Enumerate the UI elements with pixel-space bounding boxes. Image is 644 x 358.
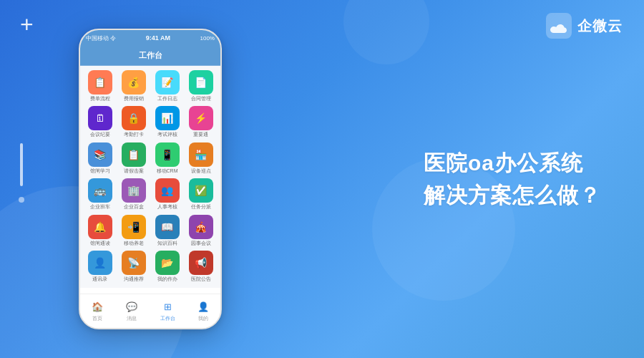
status-time: 9:41 AM [146, 34, 170, 42]
phone-status-bar: 中国移动 令 9:41 AM 100% [80, 30, 220, 46]
list-item[interactable]: 📋 请假击案 [118, 142, 150, 174]
list-item[interactable]: 📡 沟通推荐 [118, 251, 150, 282]
list-item[interactable]: 📢 医院公告 [185, 251, 217, 282]
app-label: 考勤打卡 [124, 132, 144, 137]
app-label: 沟通推荐 [124, 276, 144, 282]
list-item[interactable]: ✅ 任务分派 [185, 178, 217, 210]
app-icon: 👤 [88, 251, 112, 275]
list-item[interactable]: 📄 合同管理 [185, 70, 217, 102]
app-label: 我的作办 [157, 276, 177, 282]
battery-text: 100% [200, 35, 215, 42]
app-label: 通讯录 [92, 276, 107, 282]
app-icon: 📖 [155, 215, 180, 239]
bottom-nav-home-label: 首页 [92, 315, 102, 322]
list-item[interactable]: 🎪 园事会议 [185, 215, 217, 246]
status-left: 中国移动 令 [86, 34, 116, 42]
message-icon: 💬 [125, 301, 138, 314]
list-item[interactable]: 🏪 设备巡点 [185, 142, 217, 174]
app-row-3: 📚 馆闸学习 📋 请假击案 📱 移动CRM 🏪 设备巡点 [83, 142, 218, 174]
app-icon: 📲 [122, 215, 146, 239]
list-item[interactable]: 📱 移动CRM [152, 142, 183, 174]
bottom-nav-profile[interactable]: 👤 我的 [197, 301, 210, 322]
app-icon: 📊 [155, 106, 180, 130]
app-label: 企业百盒 [124, 204, 144, 210]
app-label: 人事考核 [157, 204, 177, 210]
bg-circle-3 [343, 0, 429, 64]
main-content-area: 医院oa办公系统解决方案怎么做？ [424, 147, 601, 211]
bottom-nav-workbench[interactable]: ⊞ 工作台 [160, 301, 175, 322]
workbench-icon: ⊞ [161, 301, 174, 314]
list-item[interactable]: 📚 馆闸学习 [84, 142, 116, 174]
app-icon: 📱 [155, 142, 180, 167]
carrier-text: 中国移动 令 [86, 34, 116, 42]
app-label: 重要通 [193, 132, 208, 137]
list-item[interactable]: 💰 费用报销 [118, 70, 150, 102]
app-grid: 📋 费单流程 💰 费用报销 📝 工作日志 📄 合同管理 � [80, 66, 220, 288]
app-icon: 📚 [88, 142, 112, 167]
list-item[interactable]: 🗓 会议纪要 [84, 106, 116, 137]
app-label: 费用报销 [124, 96, 144, 102]
app-icon: ✅ [189, 178, 213, 203]
app-icon: 🗓 [88, 106, 112, 130]
app-icon: 🏪 [189, 142, 213, 167]
list-item[interactable]: 📖 知识百科 [152, 215, 183, 246]
app-icon: 👥 [155, 178, 180, 203]
app-icon: 🎪 [189, 215, 213, 239]
bottom-nav-messages-label: 消息 [127, 315, 137, 322]
phone-bottom-nav: 🏠 首页 💬 消息 ⊞ 工作台 👤 我的 [80, 294, 220, 328]
profile-icon: 👤 [197, 301, 210, 314]
app-label: 请假击案 [124, 168, 144, 174]
app-label: 馆闸学习 [90, 168, 110, 174]
app-icon: 🔔 [88, 215, 112, 239]
app-label: 移动CRM [157, 168, 178, 174]
app-row-6: 👤 通讯录 📡 沟通推荐 📂 我的作办 📢 医院公告 [83, 251, 218, 282]
app-row-4: 🚌 企业班车 🏢 企业百盒 👥 人事考核 ✅ 任务分派 [83, 178, 218, 210]
list-item[interactable]: 📂 我的作办 [152, 251, 183, 282]
list-item[interactable]: 📊 考试评核 [152, 106, 183, 137]
bottom-nav-home[interactable]: 🏠 首页 [91, 301, 104, 322]
app-label: 馆闸通读 [90, 241, 110, 246]
list-item[interactable]: ⚡ 重要通 [185, 106, 217, 137]
app-label: 考试评核 [157, 132, 177, 137]
left-dot-decoration [19, 197, 24, 203]
list-item[interactable]: 📲 移动养老 [118, 215, 150, 246]
list-item[interactable]: 👥 人事考核 [152, 178, 183, 210]
app-icon: 🏢 [122, 178, 146, 203]
phone-frame: 中国移动 令 9:41 AM 100% 工作台 📋 费单流程 💰 费用报销 [79, 29, 222, 329]
app-label: 医院公告 [191, 276, 211, 282]
app-icon: 📂 [155, 251, 180, 275]
app-label: 园事会议 [191, 241, 211, 246]
app-label: 企业班车 [90, 204, 110, 210]
bottom-nav-profile-label: 我的 [198, 315, 208, 322]
app-row-5: 🔔 馆闸通读 📲 移动养老 📖 知识百科 🎪 园事会议 [83, 215, 218, 246]
app-row-1: 📋 费单流程 💰 费用报销 📝 工作日志 📄 合同管理 [83, 70, 218, 102]
main-title: 医院oa办公系统解决方案怎么做？ [424, 147, 601, 211]
plus-icon: + [20, 13, 34, 36]
app-icon: 📋 [122, 142, 146, 167]
app-icon: 📢 [189, 251, 213, 275]
app-label: 设备巡点 [191, 168, 211, 174]
bottom-nav-workbench-label: 工作台 [160, 315, 175, 322]
app-icon: 📄 [189, 70, 213, 95]
app-label: 移动养老 [124, 241, 144, 246]
list-item[interactable]: 🔔 馆闸通读 [84, 215, 116, 246]
list-item[interactable]: 🏢 企业百盒 [118, 178, 150, 210]
list-item[interactable]: 📝 工作日志 [152, 70, 183, 102]
list-item[interactable]: 🔒 考勤打卡 [118, 106, 150, 137]
list-item[interactable]: 🚌 企业班车 [84, 178, 116, 210]
left-bar-decoration [20, 143, 23, 186]
status-right: 100% [200, 35, 215, 42]
app-icon: 📝 [155, 70, 180, 95]
app-icon: 📡 [122, 251, 146, 275]
list-item[interactable]: 👤 通讯录 [84, 251, 116, 282]
app-label: 费单流程 [90, 96, 110, 102]
brand-name: 企微云 [577, 16, 623, 36]
home-icon: 🏠 [91, 301, 104, 314]
list-item[interactable]: 📋 费单流程 [84, 70, 116, 102]
app-icon: 💰 [122, 70, 146, 95]
app-label: 任务分派 [191, 204, 211, 210]
phone-nav-bar: 工作台 [80, 46, 220, 66]
bottom-nav-messages[interactable]: 💬 消息 [125, 301, 138, 322]
app-icon: 📋 [88, 70, 112, 95]
brand-logo: 企微云 [546, 13, 623, 39]
